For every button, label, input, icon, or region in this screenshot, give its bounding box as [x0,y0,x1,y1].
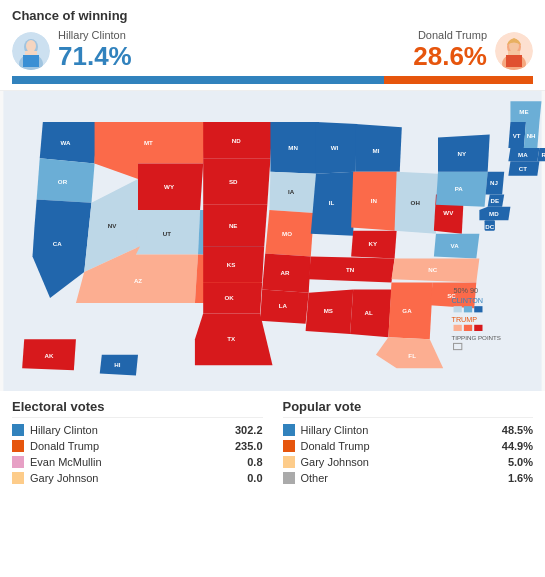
svg-marker-68 [351,172,400,231]
svg-text:CLINTON: CLINTON [451,296,483,305]
trump-pct: 28.6% [413,41,487,72]
svg-rect-98 [485,220,495,230]
popular-row-johnson: Gary Johnson 5.0% [283,456,534,468]
svg-point-3 [26,40,36,52]
clinton-pct: 71.4% [58,41,132,72]
popular-other-swatch [283,472,295,484]
svg-marker-48 [270,122,319,174]
svg-rect-122 [454,325,462,331]
svg-marker-46 [195,313,273,365]
popular-rows: Hillary Clinton 48.5% Donald Trump 44.9%… [283,424,534,484]
header: Chance of winning Hillary Clinton 71.4% [0,0,545,91]
clinton-avatar [12,32,50,70]
trump-color-swatch [12,440,24,452]
svg-marker-58 [316,122,357,174]
svg-rect-119 [464,306,472,312]
popular-johnson-value: 5.0% [508,456,533,468]
svg-rect-124 [474,325,482,331]
svg-marker-74 [388,282,432,339]
clinton-bar [12,76,384,84]
svg-marker-14 [40,122,97,163]
svg-text:50%  90: 50% 90 [454,286,479,295]
popular-other-value: 1.6% [508,472,533,484]
svg-marker-104 [508,148,539,161]
electoral-row-trump: Donald Trump 235.0 [12,440,263,452]
svg-marker-112 [22,339,76,370]
svg-marker-36 [203,122,272,158]
popular-row-other: Other 1.6% [283,472,534,484]
svg-marker-24 [95,122,206,163]
svg-text:TIPPING POINTS: TIPPING POINTS [451,334,501,341]
svg-marker-114 [100,355,138,376]
popular-vote: Popular vote Hillary Clinton 48.5% Donal… [283,399,534,488]
svg-marker-38 [203,158,270,205]
svg-marker-28 [136,210,200,254]
electoral-johnson-name: Gary Johnson [30,472,247,484]
svg-marker-64 [350,290,391,338]
electoral-rows: Hillary Clinton 302.2 Donald Trump 235.0… [12,424,263,484]
electoral-johnson-value: 0.0 [247,472,262,484]
electoral-title: Electoral votes [12,399,263,418]
popular-johnson-name: Gary Johnson [301,456,508,468]
popular-other-name: Other [301,472,508,484]
svg-marker-78 [395,172,438,234]
trump-name: Donald Trump [413,29,487,41]
svg-marker-108 [508,161,539,175]
svg-marker-82 [434,234,480,259]
popular-trump-swatch [283,440,295,452]
popular-row-trump: Donald Trump 44.9% [283,440,534,452]
electoral-row-johnson: Gary Johnson 0.0 [12,472,263,484]
popular-clinton-swatch [283,424,295,436]
popular-trump-name: Donald Trump [301,440,502,452]
svg-marker-26 [138,163,203,210]
progress-bar [12,76,533,84]
svg-rect-123 [464,325,472,331]
svg-marker-40 [203,205,267,246]
electoral-clinton-name: Hillary Clinton [30,424,235,436]
clinton-color-swatch [12,424,24,436]
svg-rect-11 [506,55,522,67]
map-container: WA OR CA ID NV MT WY UT AZ CO NM ND [0,91,545,391]
johnson-color-swatch-ev [12,472,24,484]
svg-marker-88 [436,172,488,207]
svg-marker-94 [488,194,505,206]
svg-marker-84 [391,259,479,283]
svg-marker-52 [265,210,314,257]
svg-marker-100 [508,122,526,148]
electoral-mcmullin-value: 0.8 [247,456,262,468]
electoral-mcmullin-name: Evan McMullin [30,456,247,468]
svg-marker-96 [479,207,510,220]
svg-rect-118 [454,306,462,312]
svg-marker-90 [438,134,490,171]
mcmullin-color-swatch [12,456,24,468]
svg-marker-54 [262,253,311,292]
svg-marker-44 [203,282,262,313]
svg-marker-102 [524,122,540,148]
svg-marker-66 [355,124,402,172]
svg-marker-70 [351,231,397,259]
page-title: Chance of winning [12,8,533,23]
svg-rect-5 [23,55,39,67]
bottom-section: Electoral votes Hillary Clinton 302.2 Do… [0,391,545,496]
electoral-clinton-value: 302.2 [235,424,263,436]
electoral-trump-value: 235.0 [235,440,263,452]
svg-marker-62 [306,290,354,334]
popular-clinton-value: 48.5% [502,424,533,436]
svg-marker-56 [260,290,309,324]
electoral-trump-name: Donald Trump [30,440,235,452]
trump-avatar [495,32,533,70]
electoral-row-clinton: Hillary Clinton 302.2 [12,424,263,436]
popular-title: Popular vote [283,399,534,418]
svg-marker-72 [309,257,395,283]
electoral-row-mcmullin: Evan McMullin 0.8 [12,456,263,468]
svg-marker-50 [269,172,316,213]
popular-row-clinton: Hillary Clinton 48.5% [283,424,534,436]
svg-marker-16 [37,158,95,202]
electoral-votes: Electoral votes Hillary Clinton 302.2 Do… [12,399,263,488]
svg-text:TRUMP: TRUMP [451,315,477,324]
svg-rect-120 [474,306,482,312]
popular-trump-value: 44.9% [502,440,533,452]
svg-marker-110 [510,101,541,122]
svg-marker-42 [203,246,264,282]
svg-marker-92 [486,172,505,195]
